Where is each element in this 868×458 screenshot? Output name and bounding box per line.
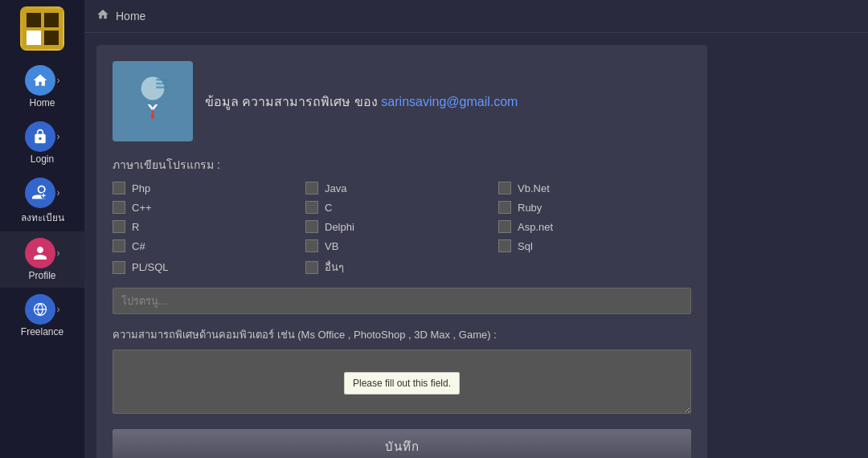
checkbox-php[interactable]: Php — [113, 182, 305, 194]
checkbox-plsql-input[interactable] — [113, 261, 125, 274]
checkbox-vb-label: VB — [325, 240, 338, 252]
checkbox-delphi-label: Delphi — [325, 221, 354, 233]
svg-rect-9 — [156, 83, 166, 84]
checkbox-csharp[interactable]: C# — [113, 239, 305, 252]
sidebar-item-home-label: Home — [29, 97, 55, 108]
checkbox-ruby-input[interactable] — [498, 201, 511, 214]
form-card: ข้อมูล ความสามารถพิเศษ ของ sarinsaving@g… — [96, 45, 707, 458]
checkbox-other-label: อื่นๆ — [325, 259, 344, 276]
checkbox-vbnet-label: Vb.Net — [518, 182, 550, 194]
checkbox-php-label: Php — [132, 182, 150, 194]
checkbox-vb-input[interactable] — [305, 239, 318, 252]
checkbox-other[interactable]: อื่นๆ — [305, 259, 498, 276]
profile-chevron: › — [57, 247, 60, 259]
checkbox-r-input[interactable] — [113, 220, 125, 233]
computer-skills-wrapper: Please fill out this field. — [113, 350, 691, 417]
app-logo — [20, 6, 64, 51]
sidebar-item-home[interactable]: › Home — [0, 59, 84, 115]
sidebar-item-login[interactable]: › Login — [0, 115, 84, 171]
svg-rect-4 — [44, 31, 59, 45]
register-icon — [25, 178, 55, 208]
svg-rect-8 — [156, 79, 169, 80]
content-area: ข้อมูล ความสามารถพิเศษ ของ sarinsaving@g… — [84, 33, 868, 458]
save-button[interactable]: บันทึก — [113, 429, 691, 458]
checkbox-csharp-input[interactable] — [113, 239, 125, 252]
checkbox-cpp-label: C++ — [132, 202, 152, 214]
home-chevron: › — [57, 75, 60, 86]
topbar-title: Home — [116, 10, 145, 22]
profile-icon — [25, 238, 55, 268]
checkbox-php-input[interactable] — [113, 182, 125, 194]
checkbox-aspnet-label: Asp.net — [518, 221, 553, 233]
avatar — [113, 61, 193, 141]
checkbox-sql[interactable]: Sql — [498, 239, 691, 252]
home-icon — [25, 65, 55, 96]
checkbox-aspnet-input[interactable] — [498, 220, 511, 233]
checkbox-sql-label: Sql — [518, 240, 533, 252]
checkbox-c-input[interactable] — [305, 201, 318, 214]
computer-skills-label: ความสามารถพิเศษด้านคอมพิวเตอร์ เช่น (Ms … — [113, 326, 691, 343]
checkbox-ruby-label: Ruby — [518, 202, 542, 214]
svg-rect-2 — [44, 13, 59, 27]
checkbox-delphi[interactable]: Delphi — [305, 220, 498, 233]
program-text-input[interactable] — [113, 288, 691, 314]
checkbox-vb[interactable]: VB — [305, 239, 498, 252]
checkbox-cpp[interactable]: C++ — [113, 201, 305, 214]
checkbox-vbnet-input[interactable] — [498, 182, 511, 194]
topbar-home-icon — [96, 8, 109, 24]
checkbox-plsql-label: PL/SQL — [132, 261, 169, 273]
profile-header: ข้อมูล ความสามารถพิเศษ ของ sarinsaving@g… — [113, 61, 691, 141]
main-content: Home — [84, 0, 868, 458]
checkbox-java[interactable]: Java — [305, 182, 498, 194]
checkbox-cpp-input[interactable] — [113, 201, 125, 214]
register-chevron: › — [57, 187, 60, 198]
checkbox-aspnet[interactable]: Asp.net — [498, 220, 691, 233]
checkbox-c[interactable]: C — [305, 201, 498, 214]
section-programming-label: ภาษาเขียนโปรแกรม : — [113, 156, 691, 174]
checkbox-other-input[interactable] — [305, 261, 318, 274]
sidebar-item-freelance-label: Freelance — [21, 326, 63, 337]
sidebar-item-profile-label: Profile — [28, 270, 55, 281]
sidebar-item-register-label: ลงทะเบียน — [21, 210, 64, 225]
checkbox-java-label: Java — [325, 182, 346, 194]
svg-rect-3 — [27, 31, 41, 45]
profile-email[interactable]: sarinsaving@gmail.com — [381, 95, 518, 108]
svg-rect-10 — [156, 87, 167, 88]
login-chevron: › — [57, 131, 60, 142]
sidebar-item-register[interactable]: › ลงทะเบียน — [0, 171, 84, 231]
computer-skills-textarea[interactable] — [113, 350, 691, 414]
checkbox-vbnet[interactable]: Vb.Net — [498, 182, 691, 194]
profile-info: ข้อมูล ความสามารถพิเศษ ของ sarinsaving@g… — [205, 92, 518, 112]
checkbox-plsql[interactable]: PL/SQL — [113, 259, 305, 276]
checkbox-csharp-label: C# — [132, 240, 145, 252]
login-icon — [25, 121, 55, 152]
sidebar-item-profile[interactable]: › Profile — [0, 231, 84, 288]
freelance-icon — [25, 294, 55, 325]
checkbox-ruby[interactable]: Ruby — [498, 201, 691, 214]
freelance-chevron: › — [57, 304, 60, 315]
svg-rect-1 — [27, 13, 41, 27]
sidebar: › Home › Login › ลงทะเบ — [0, 0, 84, 458]
topbar: Home — [84, 0, 868, 33]
checkbox-delphi-input[interactable] — [305, 220, 318, 233]
checkbox-c-label: C — [325, 202, 332, 214]
profile-title-text: ข้อมูล ความสามารถพิเศษ ของ sarinsaving@g… — [205, 95, 518, 108]
sidebar-item-login-label: Login — [31, 153, 54, 165]
checkboxes-grid: Php Java Vb.Net C++ C — [113, 182, 691, 276]
checkbox-r-label: R — [132, 221, 139, 233]
checkbox-java-input[interactable] — [305, 182, 318, 194]
sidebar-item-freelance[interactable]: › Freelance — [0, 288, 84, 344]
checkbox-r[interactable]: R — [113, 220, 305, 233]
checkbox-sql-input[interactable] — [498, 239, 511, 252]
